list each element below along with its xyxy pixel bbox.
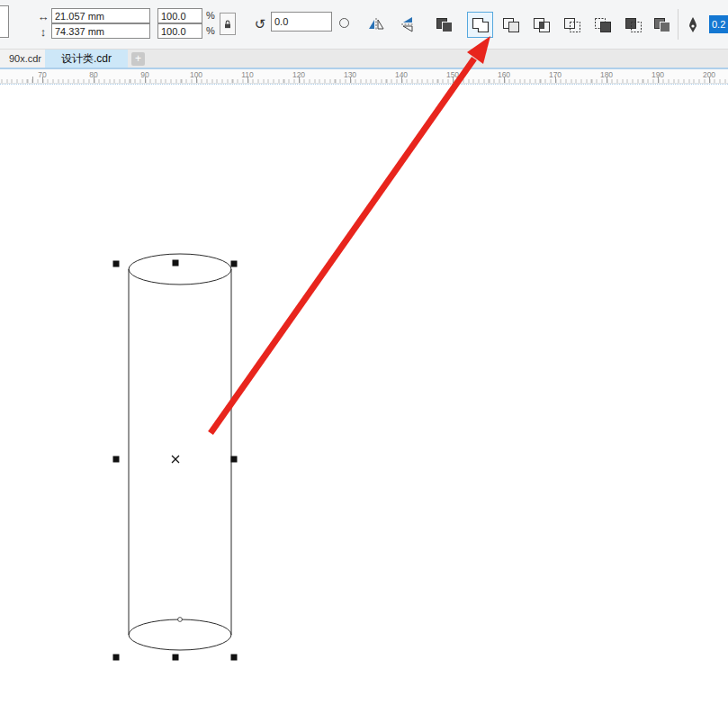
object-height-input[interactable]: [51, 23, 150, 39]
document-tab-bar: 90x.cdr 设计类.cdr +: [0, 50, 728, 69]
trim-button[interactable]: [499, 13, 523, 37]
mirror-vertical-button[interactable]: [397, 14, 418, 35]
selection-handle[interactable]: [113, 456, 120, 463]
coreldraw-window: ↔ ↕ % % ↺: [0, 0, 728, 723]
new-document-tab-button[interactable]: +: [131, 52, 145, 66]
position-field-partial[interactable]: [0, 5, 9, 38]
combine-button[interactable]: [432, 13, 456, 37]
object-center-marker[interactable]: [172, 456, 179, 463]
create-boundary-button[interactable]: [650, 13, 674, 37]
simplify-icon: [563, 17, 581, 33]
combine-icon: [436, 17, 454, 33]
scale-x-percent-label: %: [206, 10, 215, 21]
back-minus-front-icon: [625, 17, 643, 33]
rotation-angle-input[interactable]: [271, 12, 332, 32]
toolbar-separator: [678, 9, 679, 40]
selection-handle[interactable]: [113, 655, 120, 661]
outline-pen-button[interactable]: [682, 13, 704, 37]
scale-x-input[interactable]: [157, 8, 202, 23]
mirror-horizontal-button[interactable]: [365, 14, 387, 35]
front-minus-back-icon: [594, 17, 612, 33]
selection-handle[interactable]: [231, 456, 238, 463]
horizontal-ruler[interactable]: 708090100110120130140150160170180190200: [0, 69, 728, 84]
scale-y-percent-label: %: [206, 25, 215, 36]
document-tab-design-active[interactable]: 设计类.cdr: [45, 50, 128, 68]
intersect-button[interactable]: [529, 13, 553, 37]
drawing-canvas[interactable]: [0, 84, 728, 723]
scale-y-input[interactable]: [157, 23, 202, 39]
mirror-vertical-icon: [400, 16, 415, 32]
weld-icon: [472, 17, 490, 33]
selection-handle[interactable]: [231, 261, 238, 267]
cylinder-shape[interactable]: [129, 254, 231, 650]
ellipse-indicator-icon: [339, 18, 349, 28]
canvas-graphics: [0, 85, 728, 723]
selection-handle[interactable]: [231, 655, 238, 661]
document-tab-90x[interactable]: 90x.cdr: [0, 50, 45, 68]
lock-ratio-button[interactable]: [220, 13, 236, 35]
simplify-button[interactable]: [560, 13, 584, 37]
outline-width-value[interactable]: 0.2: [709, 15, 728, 33]
object-width-input[interactable]: [51, 8, 150, 23]
object-width-icon: ↔: [36, 10, 50, 24]
back-minus-front-button[interactable]: [621, 13, 645, 37]
property-bar: ↔ ↕ % % ↺: [0, 0, 728, 50]
weld-button[interactable]: [467, 12, 493, 38]
object-height-icon: ↕: [36, 25, 50, 40]
selection-handle[interactable]: [173, 260, 179, 267]
mirror-horizontal-icon: [368, 17, 384, 32]
front-minus-back-button[interactable]: [590, 13, 615, 37]
selection-handle[interactable]: [173, 655, 179, 661]
intersect-icon: [533, 17, 551, 33]
selection-handle[interactable]: [113, 261, 120, 267]
rotation-icon-button[interactable]: ↺: [251, 15, 269, 33]
pen-nib-icon: [686, 16, 700, 34]
rotate-icon: ↺: [255, 17, 266, 32]
ruler-major-ticks: [0, 77, 728, 83]
lock-icon: [222, 19, 233, 30]
trim-icon: [502, 17, 520, 33]
create-boundary-icon: [653, 17, 671, 33]
